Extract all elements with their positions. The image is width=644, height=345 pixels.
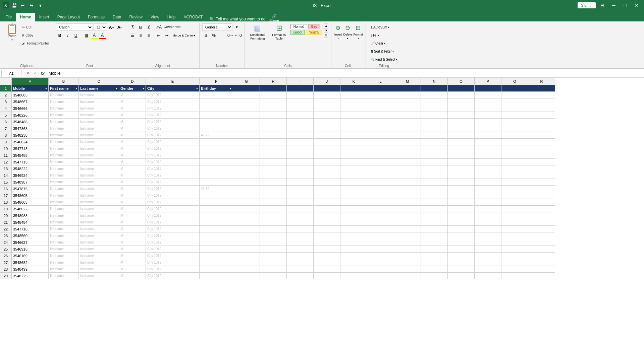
- cell-r11c1[interactable]: 3548488: [12, 152, 49, 159]
- cell-r25c15[interactable]: [448, 246, 475, 253]
- cell-r5c3[interactable]: lastname: [79, 112, 119, 119]
- merge-center-button[interactable]: Merge & Center ▾: [171, 32, 197, 39]
- italic-button[interactable]: I: [64, 32, 71, 39]
- cell-r6c11[interactable]: [340, 119, 367, 125]
- cell-r29c1[interactable]: 3548225: [12, 273, 49, 279]
- cell-r10c14[interactable]: [421, 145, 448, 152]
- cell-r5c2[interactable]: firstname: [49, 112, 79, 119]
- header-cell-13[interactable]: [394, 85, 421, 92]
- cell-r20c8[interactable]: [260, 212, 287, 219]
- styles-scroll-up[interactable]: ▲: [324, 23, 328, 28]
- cell-r8c7[interactable]: [233, 132, 260, 139]
- col-header-i[interactable]: I: [287, 78, 314, 85]
- cell-r12c4[interactable]: M: [119, 159, 146, 165]
- cell-r9c10[interactable]: [314, 139, 340, 145]
- cell-r11c17[interactable]: [501, 152, 528, 159]
- cell-r8c10[interactable]: [314, 132, 340, 139]
- cell-r16c2[interactable]: firstname: [49, 186, 79, 192]
- cell-r16c13[interactable]: [394, 186, 421, 192]
- cell-r11c13[interactable]: [394, 152, 421, 159]
- row-number-21[interactable]: 21: [0, 219, 12, 226]
- cell-r27c18[interactable]: [528, 259, 555, 266]
- find-select-button[interactable]: 🔍 Find & Select ▾: [369, 56, 399, 63]
- header-cell-5[interactable]: City ▾: [146, 85, 200, 92]
- cell-r18c9[interactable]: [287, 199, 314, 206]
- cell-r23c15[interactable]: [448, 232, 475, 239]
- cell-r10c13[interactable]: [394, 145, 421, 152]
- cell-r20c3[interactable]: lastname: [79, 212, 119, 219]
- cell-r24c8[interactable]: [260, 239, 287, 246]
- cell-r12c7[interactable]: [233, 159, 260, 165]
- row-number-9[interactable]: 9: [0, 139, 12, 145]
- cell-r23c1[interactable]: 3548560: [12, 232, 49, 239]
- row-number-23[interactable]: 23: [0, 232, 12, 239]
- cell-r24c2[interactable]: firstname: [49, 239, 79, 246]
- number-format-select[interactable]: General: [202, 23, 232, 31]
- cell-r28c7[interactable]: [233, 266, 260, 273]
- cell-r2c16[interactable]: [475, 92, 501, 98]
- cell-r8c8[interactable]: [260, 132, 287, 139]
- cell-r18c13[interactable]: [394, 199, 421, 206]
- cell-r15c11[interactable]: [340, 179, 367, 186]
- tab-acrobat[interactable]: ACROBAT: [179, 13, 207, 21]
- cell-r10c15[interactable]: [448, 145, 475, 152]
- cell-r21c10[interactable]: [314, 219, 340, 226]
- cell-r4c1[interactable]: 3546666: [12, 105, 49, 112]
- percent-button[interactable]: %: [210, 32, 218, 39]
- cell-r18c12[interactable]: [367, 199, 394, 206]
- cell-r24c10[interactable]: [314, 239, 340, 246]
- cell-r22c6[interactable]: [200, 226, 233, 232]
- cell-r6c7[interactable]: [233, 119, 260, 125]
- col-header-q[interactable]: Q: [501, 78, 528, 85]
- cell-r19c8[interactable]: [260, 206, 287, 212]
- cell-r19c2[interactable]: firstname: [49, 206, 79, 212]
- cell-r5c16[interactable]: [475, 112, 501, 119]
- cell-r29c10[interactable]: [314, 273, 340, 279]
- cell-r15c1[interactable]: 3548987: [12, 179, 49, 186]
- cell-r9c11[interactable]: [340, 139, 367, 145]
- cell-r27c5[interactable]: City 1012: [146, 259, 200, 266]
- cell-r21c14[interactable]: [421, 219, 448, 226]
- cell-r11c12[interactable]: [367, 152, 394, 159]
- cell-r22c4[interactable]: M: [119, 226, 146, 232]
- cell-r8c18[interactable]: [528, 132, 555, 139]
- cell-r10c6[interactable]: [200, 145, 233, 152]
- cell-r18c15[interactable]: [448, 199, 475, 206]
- row-number-29[interactable]: 29: [0, 273, 12, 279]
- cell-r26c13[interactable]: [394, 253, 421, 259]
- cell-r5c1[interactable]: 3548226: [12, 112, 49, 119]
- paste-button[interactable]: 📋 Paste ▾: [4, 23, 20, 42]
- cell-r25c5[interactable]: City 1012: [146, 246, 200, 253]
- cell-r21c3[interactable]: lastname: [79, 219, 119, 226]
- cell-r4c16[interactable]: [475, 105, 501, 112]
- cell-r12c10[interactable]: [314, 159, 340, 165]
- cell-r8c2[interactable]: firstname: [49, 132, 79, 139]
- cell-r3c10[interactable]: [314, 98, 340, 105]
- format-button[interactable]: ⊟: [354, 23, 362, 32]
- styles-more[interactable]: ⊞: [324, 33, 328, 38]
- cell-r20c14[interactable]: [421, 212, 448, 219]
- fill-color-button[interactable]: A: [91, 32, 98, 39]
- cell-r12c5[interactable]: City 1012: [146, 159, 200, 165]
- cell-r8c3[interactable]: lastname: [79, 132, 119, 139]
- cell-r19c4[interactable]: M: [119, 206, 146, 212]
- cell-r22c10[interactable]: [314, 226, 340, 232]
- cell-r24c9[interactable]: [287, 239, 314, 246]
- cell-r19c13[interactable]: [394, 206, 421, 212]
- cell-r10c10[interactable]: [314, 145, 340, 152]
- col-header-j[interactable]: J: [314, 78, 340, 85]
- cell-r20c10[interactable]: [314, 212, 340, 219]
- cell-r21c5[interactable]: City 1012: [146, 219, 200, 226]
- cell-r9c1[interactable]: 3546624: [12, 139, 49, 145]
- cell-r17c14[interactable]: [421, 192, 448, 199]
- cell-r14c3[interactable]: lastname: [79, 172, 119, 179]
- cell-r16c5[interactable]: City 1012: [146, 186, 200, 192]
- row-number-28[interactable]: 28: [0, 266, 12, 273]
- cell-r9c6[interactable]: [200, 139, 233, 145]
- cell-r27c14[interactable]: [421, 259, 448, 266]
- cell-r3c1[interactable]: 3548667: [12, 98, 49, 105]
- row-number-8[interactable]: 8: [0, 132, 12, 139]
- cell-r3c6[interactable]: [200, 98, 233, 105]
- cell-r3c8[interactable]: [260, 98, 287, 105]
- cell-r4c17[interactable]: [501, 105, 528, 112]
